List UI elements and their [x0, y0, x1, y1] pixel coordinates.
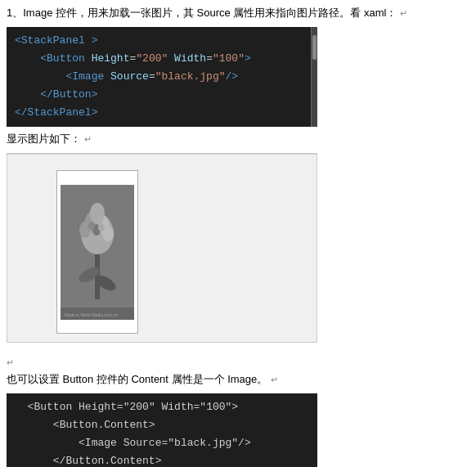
button-demo[interactable]: Made in World Media.com.cn [56, 170, 138, 334]
code-line-3: <Image Source="black.jpg"/> [15, 68, 309, 86]
svg-point-12 [88, 222, 95, 230]
return-icon: ↵ [400, 8, 407, 18]
code2-line-2: <Button.Content> [15, 416, 309, 434]
bottom-text-area: 也可以设置 Button 控件的 Content 属性是一个 Image。 ↵ [7, 371, 469, 388]
intro-label: 1、Image 控件，用来加载一张图片，其 Source 属性用来指向图片路径。… [7, 7, 397, 19]
flower-svg: Made in World Media.com.cn [61, 185, 134, 320]
intro-text: 1、Image 控件，用来加载一张图片，其 Source 属性用来指向图片路径。… [7, 5, 469, 22]
code2-line-4: </Button.Content> [15, 452, 309, 467]
return-icon-1: ↵ [84, 134, 92, 144]
page-content: 1、Image 控件，用来加载一张图片，其 Source 属性用来指向图片路径。… [0, 0, 476, 467]
code2-line-1: <Button Height="200" Width="100"> [15, 398, 309, 416]
flower-image: Made in World Media.com.cn [61, 185, 134, 320]
return-icon-3: ↵ [271, 375, 278, 384]
svg-text:Made in World Media.com.cn: Made in World Media.com.cn [65, 312, 118, 317]
code-line-5: </StackPanel> [15, 104, 309, 122]
code-block-2: <Button Height="200" Width="100"> <Butto… [7, 393, 317, 467]
return-icon-2: ↵ [7, 357, 469, 368]
code-line-2: <Button Height="200" Width="100"> [15, 50, 309, 68]
code-line-1: <StackPanel > [15, 32, 309, 50]
page-wrapper: 1、Image 控件，用来加载一张图片，其 Source 属性用来指向图片路径。… [0, 0, 476, 467]
image-demo-area: Made in World Media.com.cn [7, 153, 317, 343]
code-block-1: <StackPanel > <Button Height="200" Width… [7, 27, 317, 127]
code2-line-3: <Image Source="black.jpg"/> [15, 434, 309, 452]
svg-point-8 [90, 203, 105, 224]
code-line-4: </Button> [15, 86, 309, 104]
caption-1: 显示图片如下： ↵ [7, 132, 469, 146]
svg-point-13 [98, 223, 105, 231]
